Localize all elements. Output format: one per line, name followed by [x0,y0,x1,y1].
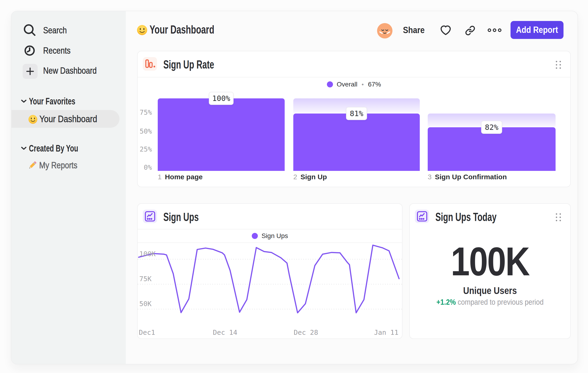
y-axis-label: 100K [139,250,156,258]
sidebar-item-label: My Reports [39,160,77,171]
sidebar: Search Recents New Dashboard Your Favori… [11,11,126,364]
metric-value: 100K [422,242,558,281]
metric-delta-note: compared to previous period [458,298,544,306]
funnel-rate-chip: 82% [481,121,502,134]
funnel-bar[interactable] [158,98,285,171]
x-axis-label: Dec 14 [213,328,237,336]
sidebar-item-your-dashboard[interactable]: Your Dashboard [11,110,119,128]
funnel-rate-chip: 100% [209,92,234,105]
add-report-label: Add Report [516,25,558,35]
y-axis-label: 0% [138,163,152,171]
chevron-down-icon [21,99,27,103]
plus-icon [23,64,38,79]
sidebar-item-label: New Dashboard [43,66,97,76]
sidebar-item-label: Recents [43,45,71,56]
metric-label: Unique Users [422,285,558,296]
metric-delta-row: +1.2% compared to previous period [419,298,560,307]
heart-icon[interactable] [440,25,451,36]
drag-handle-icon[interactable] [556,213,561,221]
y-axis-label: 50% [138,127,152,135]
y-axis-label: 75K [139,275,151,283]
page-title: Your Dashboard [150,23,214,36]
x-axis-label: Jan 11 [374,328,399,336]
sidebar-item-label: Search [43,25,67,35]
x-axis-label: Dec1 [139,328,155,336]
share-button[interactable]: Share [403,25,425,35]
funnel-step-label: 3Sign Up Confirmation [428,173,507,181]
app-window: Search Recents New Dashboard Your Favori… [11,11,578,364]
smiley-emoji [28,115,37,123]
add-report-button[interactable]: Add Report [511,21,564,39]
sidebar-item-label: Your Dashboard [39,110,97,128]
sidebar-section-label: Created By You [29,143,78,154]
funnel-bar[interactable] [293,113,420,171]
line-chart-icon [415,210,429,223]
card-sign-ups: Sign Ups Sign Ups 100K75K50KDec1Dec 14De… [137,203,402,339]
link-icon[interactable] [465,25,475,36]
funnel-step-label: 2Sign Up [293,173,327,181]
chevron-down-icon [21,146,27,150]
funnel-bar[interactable] [428,127,556,171]
y-axis-label: 75% [138,108,152,116]
sidebar-section-label: Your Favorites [29,96,75,107]
funnel-step-label: 1Home page [158,173,202,181]
search-icon [23,24,36,37]
clock-icon [23,44,36,57]
avatar[interactable] [377,23,392,39]
metric-delta: +1.2% [436,298,456,306]
pencil-emoji [27,160,38,171]
more-options-icon[interactable] [488,29,501,32]
funnel-rate-chip: 81% [346,107,367,120]
line-chart-plot [138,204,402,339]
x-axis-label: Dec 28 [294,328,318,336]
card-sign-up-rate: Sign Up Rate Overall • 67% 75%50%25%0%10… [137,51,571,187]
card-sign-ups-today: Sign Ups Today 100K Unique Users +1.2% c… [409,203,571,339]
y-axis-label: 50K [139,300,151,308]
card-title: Sign Ups Today [435,210,496,224]
smiley-emoji [137,25,147,35]
y-axis-label: 25% [138,145,152,153]
